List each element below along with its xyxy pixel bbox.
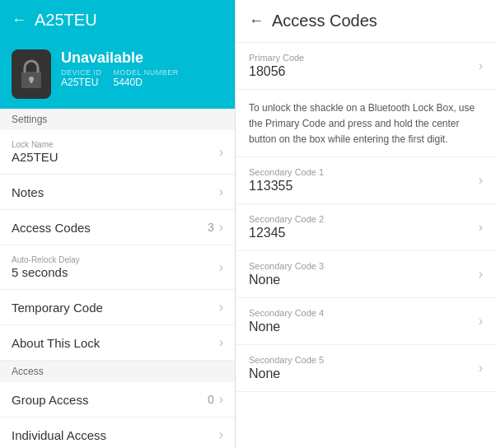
temp-code-label: Temporary Code: [12, 301, 103, 315]
chevron-right-icon: ›: [219, 427, 223, 442]
svg-rect-2: [30, 79, 33, 83]
menu-item-temp-code[interactable]: Temporary Code ›: [0, 290, 235, 325]
back-button-left[interactable]: ←: [12, 12, 26, 29]
chevron-right-icon: ›: [219, 300, 223, 315]
chevron-right-icon: ›: [219, 220, 223, 235]
lock-name-value: A25TEU: [12, 150, 58, 164]
device-meta: DEVICE ID A25TEU MODEL NUMBER 5440D: [61, 68, 179, 88]
individual-access-right: ›: [219, 427, 223, 442]
model-number-container: MODEL NUMBER 5440D: [114, 68, 179, 88]
access-codes-badge: 3: [208, 221, 214, 234]
primary-code-value: 18056: [249, 64, 304, 79]
chevron-right-icon: ›: [479, 314, 483, 329]
chevron-right-icon: ›: [479, 220, 483, 235]
about-label: About This Lock: [12, 336, 100, 350]
about-right: ›: [219, 335, 223, 350]
auto-relock-content: Auto-Relock Delay 5 seconds: [12, 255, 80, 279]
secondary-code-item-5[interactable]: Secondary Code 5 None ›: [236, 345, 496, 392]
secondary-code-label-1: Secondary Code 1: [249, 167, 324, 177]
chevron-right-icon: ›: [219, 392, 223, 407]
right-panel: ← Access Codes Primary Code 18056 › To u…: [235, 0, 496, 448]
menu-item-auto-relock[interactable]: Auto-Relock Delay 5 seconds ›: [0, 245, 235, 290]
menu-item-notes[interactable]: Notes ›: [0, 175, 235, 210]
lock-icon-container: [12, 49, 51, 99]
chevron-right-icon: ›: [479, 58, 483, 73]
access-section-header: Access: [0, 361, 235, 382]
primary-code-label: Primary Code: [249, 53, 304, 63]
secondary-code-content-5: Secondary Code 5 None: [249, 355, 324, 381]
lock-name-content: Lock Name A25TEU: [12, 140, 58, 164]
right-header: ← Access Codes: [236, 0, 496, 43]
secondary-code-label-3: Secondary Code 3: [249, 261, 324, 271]
chevron-right-icon: ›: [219, 335, 223, 350]
secondary-codes-list: Secondary Code 1 113355 › Secondary Code…: [236, 157, 496, 392]
group-access-label: Group Access: [12, 393, 88, 407]
device-info-bar: Unavailable DEVICE ID A25TEU MODEL NUMBE…: [0, 40, 235, 109]
notes-label: Notes: [12, 185, 44, 199]
lock-name-right: ›: [219, 145, 223, 160]
menu-item-group-access[interactable]: Group Access 0 ›: [0, 382, 235, 418]
access-codes-title: Access Codes: [272, 12, 377, 30]
left-header: ← A25TEU: [0, 0, 235, 40]
auto-relock-sublabel: Auto-Relock Delay: [12, 255, 80, 264]
left-panel: ← A25TEU Unavailable DEVICE ID A25TEU MO…: [0, 0, 235, 448]
secondary-code-label-2: Secondary Code 2: [249, 214, 324, 224]
secondary-code-item-4[interactable]: Secondary Code 4 None ›: [236, 298, 496, 345]
status-label: Unavailable: [61, 49, 179, 67]
menu-item-access-codes[interactable]: Access Codes 3 ›: [0, 210, 235, 245]
secondary-code-value-1: 113355: [249, 179, 324, 194]
menu-item-individual-access[interactable]: Individual Access ›: [0, 418, 235, 448]
secondary-code-item-3[interactable]: Secondary Code 3 None ›: [236, 251, 496, 298]
chevron-right-icon: ›: [219, 145, 223, 160]
primary-code-content: Primary Code 18056: [249, 53, 304, 79]
back-button-right[interactable]: ←: [249, 12, 264, 30]
secondary-code-item-2[interactable]: Secondary Code 2 12345 ›: [236, 204, 496, 251]
secondary-code-value-3: None: [249, 273, 324, 287]
primary-code-item[interactable]: Primary Code 18056 ›: [236, 43, 496, 90]
lock-icon: [18, 58, 44, 90]
device-title-left: A25TEU: [35, 10, 97, 30]
temp-code-right: ›: [219, 300, 223, 315]
info-text: To unlock the shackle on a Bluetooth Loc…: [249, 102, 475, 145]
chevron-right-icon: ›: [219, 260, 223, 275]
secondary-code-content-1: Secondary Code 1 113355: [249, 167, 324, 194]
secondary-code-value-5: None: [249, 366, 324, 381]
chevron-right-icon: ›: [479, 173, 483, 188]
auto-relock-value: 5 seconds: [12, 265, 80, 279]
group-access-right: 0 ›: [208, 392, 223, 407]
secondary-code-value-2: 12345: [249, 226, 324, 240]
chevron-right-icon: ›: [479, 361, 483, 376]
auto-relock-right: ›: [219, 260, 223, 275]
group-access-badge: 0: [208, 393, 214, 406]
model-number-label: MODEL NUMBER: [114, 68, 179, 77]
secondary-code-item-1[interactable]: Secondary Code 1 113355 ›: [236, 157, 496, 204]
chevron-right-icon: ›: [219, 184, 223, 199]
chevron-right-icon: ›: [479, 267, 483, 282]
device-info: Unavailable DEVICE ID A25TEU MODEL NUMBE…: [61, 49, 179, 88]
model-number-value: 5440D: [114, 77, 179, 88]
menu-item-lock-name[interactable]: Lock Name A25TEU ›: [0, 130, 235, 175]
device-id-label: DEVICE ID: [61, 68, 102, 77]
secondary-code-content-4: Secondary Code 4 None: [249, 308, 324, 334]
lock-name-sublabel: Lock Name: [12, 140, 58, 149]
secondary-code-value-4: None: [249, 320, 324, 334]
menu-item-about[interactable]: About This Lock ›: [0, 325, 235, 361]
notes-right: ›: [219, 184, 223, 199]
access-codes-right: 3 ›: [208, 220, 223, 235]
settings-section-header: Settings: [0, 109, 235, 130]
device-id-value: A25TEU: [61, 77, 102, 88]
individual-access-label: Individual Access: [12, 428, 106, 442]
device-id-container: DEVICE ID A25TEU: [61, 68, 102, 88]
secondary-code-label-4: Secondary Code 4: [249, 308, 324, 318]
secondary-code-content-3: Secondary Code 3 None: [249, 261, 324, 287]
secondary-code-label-5: Secondary Code 5: [249, 355, 324, 365]
secondary-code-content-2: Secondary Code 2 12345: [249, 214, 324, 240]
info-box: To unlock the shackle on a Bluetooth Loc…: [236, 90, 496, 157]
access-codes-label: Access Codes: [12, 221, 91, 235]
